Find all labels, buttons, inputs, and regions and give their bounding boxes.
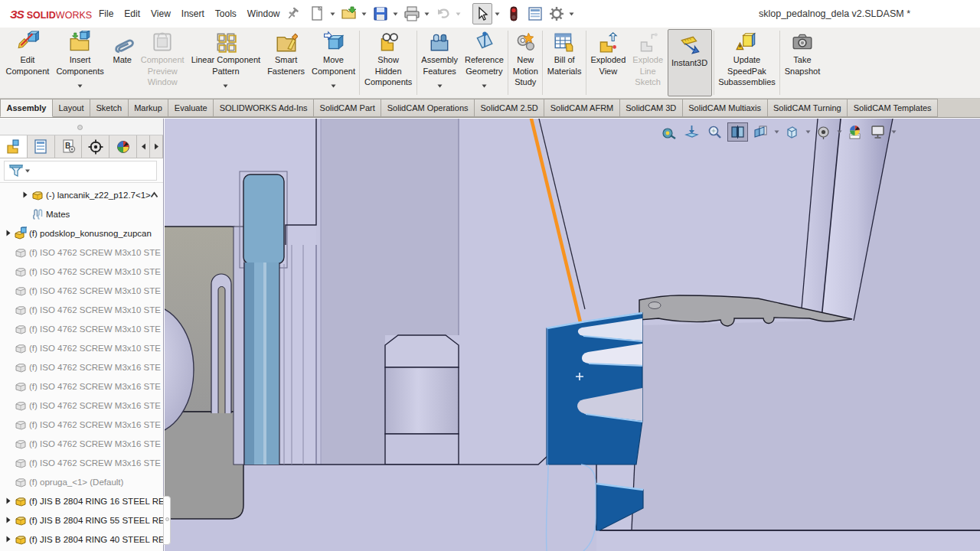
expand-arrow-icon[interactable]: [5, 497, 12, 504]
mate-button[interactable]: Mate: [107, 28, 137, 98]
tab-assembly[interactable]: Assembly: [0, 99, 53, 117]
panel-splitter-handle[interactable]: [77, 125, 83, 130]
tree-item[interactable]: (f) ISO 4762 SCREW M3x10 STE: [0, 338, 163, 357]
menu-view[interactable]: View: [145, 5, 176, 22]
tab-layout[interactable]: Layout: [53, 99, 90, 117]
options-button[interactable]: [547, 3, 567, 24]
configurationmanager-tab[interactable]: B: [55, 135, 83, 158]
assembly-features-button[interactable]: Assembly Features: [418, 28, 462, 98]
view-orientation-button[interactable]: [750, 122, 771, 142]
menu-tools[interactable]: Tools: [210, 5, 242, 22]
tree-item[interactable]: Mates: [0, 204, 163, 223]
propertymanager-tab[interactable]: [28, 135, 55, 158]
view-orientation-dropdown-caret[interactable]: [773, 130, 779, 134]
tab-solidcam-3d[interactable]: SolidCAM 3D: [620, 99, 683, 117]
tab-solidcam-templates[interactable]: SolidCAM Templates: [848, 99, 938, 117]
tabs-scroll-left[interactable]: [137, 135, 150, 158]
tree-item[interactable]: (f) ISO 4762 SCREW M3x10 STE: [0, 262, 163, 281]
expand-arrow-icon[interactable]: [5, 517, 12, 523]
display-style-button[interactable]: [782, 122, 802, 142]
expand-arrow-icon[interactable]: [21, 191, 29, 198]
tabs-scroll-right[interactable]: [150, 135, 163, 158]
undo-button[interactable]: [433, 3, 453, 24]
tree-item[interactable]: (f) ISO 4762 SCREW M3x10 STE: [0, 243, 163, 262]
insert-components-dropdown-caret[interactable]: [77, 77, 83, 83]
open-dropdown-caret[interactable]: [361, 5, 368, 22]
tree-item[interactable]: (f) ISO 4762 SCREW M3x16 STE: [0, 453, 163, 472]
tree-item[interactable]: (f) podsklop_konusnog_zupcan: [0, 223, 163, 243]
update-speedpak-subassemblies-button[interactable]: Update SpeedPak Subassemblies: [715, 28, 779, 98]
edit-appearance-button[interactable]: [844, 122, 865, 142]
tree-item[interactable]: (f) ISO 4762 SCREW M3x16 STE: [0, 434, 163, 453]
tree-item[interactable]: (f) ISO 4762 SCREW M3x16 STE: [0, 357, 163, 377]
new-document-dropdown-caret[interactable]: [329, 5, 336, 22]
dimxpertmanager-tab[interactable]: [82, 135, 109, 158]
zoom-to-fit-button[interactable]: [681, 122, 702, 142]
menu-edit[interactable]: Edit: [119, 5, 145, 22]
tab-evaluate[interactable]: Evaluate: [168, 99, 214, 117]
tree-item[interactable]: (f) JIS B 2804 RING 55 STEEL RE: [0, 510, 163, 530]
section-view-button[interactable]: [727, 122, 748, 142]
tree-item[interactable]: (f) ISO 4762 SCREW M3x16 STE: [0, 396, 163, 415]
tree-item[interactable]: (f) ISO 4762 SCREW M3x10 STE: [0, 319, 163, 338]
expand-arrow-icon[interactable]: [5, 230, 12, 236]
graphics-viewport[interactable]: [165, 119, 980, 551]
menu-file[interactable]: File: [93, 5, 119, 22]
file-properties-button[interactable]: [525, 3, 545, 24]
tree-item[interactable]: (f) ISO 4762 SCREW M3x16 STE: [0, 415, 163, 434]
tab-solidcam-2-5d[interactable]: SolidCAM 2.5D: [475, 99, 544, 117]
tree-item[interactable]: (f) ISO 4762 SCREW M3x16 STE: [0, 377, 163, 396]
expand-arrow-icon[interactable]: [5, 536, 12, 543]
tab-solidcam-afrm[interactable]: SolidCAM AFRM: [544, 99, 620, 117]
options-dropdown-caret[interactable]: [568, 5, 575, 22]
select-dropdown-caret[interactable]: [494, 5, 501, 22]
tree-item[interactable]: (-) lancanik_z22_p12.7<1>: [0, 185, 163, 204]
tree-item[interactable]: (f) opruga_<1> (Default): [0, 472, 163, 491]
save-button[interactable]: [371, 3, 390, 24]
tab-solidcam-part[interactable]: SolidCAM Part: [314, 99, 381, 117]
component-preview-window-button[interactable]: Component Preview Window: [137, 28, 188, 98]
new-document-button[interactable]: [308, 3, 328, 24]
show-hidden-components-button[interactable]: Show Hidden Components: [361, 28, 415, 98]
tree-item[interactable]: (f) JIS B 2804 RING 16 STEEL RE: [0, 491, 163, 510]
pin-menu-icon[interactable]: [285, 6, 300, 21]
save-dropdown-caret[interactable]: [392, 5, 399, 22]
reference-geometry-dropdown-caret[interactable]: [482, 77, 487, 83]
tab-solidworks-add-ins[interactable]: SOLIDWORKS Add-Ins: [214, 99, 314, 117]
tree-item[interactable]: (f) JIS B 2804 RING 40 STEEL RE: [0, 530, 163, 549]
hide-show-items-dropdown-caret[interactable]: [836, 130, 842, 134]
move-component-button[interactable]: Move Component: [309, 28, 359, 98]
insert-components-button[interactable]: Insert Components: [53, 28, 107, 98]
tab-solidcam-multiaxis[interactable]: SolidCAM Multiaxis: [683, 99, 768, 117]
tab-sketch[interactable]: Sketch: [90, 99, 129, 117]
tab-solidcam-operations[interactable]: SolidCAM Operations: [381, 99, 475, 117]
reference-geometry-button[interactable]: Reference Geometry: [462, 28, 508, 98]
bill-of-materials-button[interactable]: Bill of Materials: [544, 28, 585, 98]
menu-window[interactable]: Window: [242, 5, 286, 22]
tree-filter-button[interactable]: [4, 161, 157, 181]
linear-component-pattern-dropdown-caret[interactable]: [223, 77, 228, 83]
displaymanager-tab[interactable]: [109, 135, 137, 158]
new-motion-study-button[interactable]: New Motion Study: [509, 28, 541, 98]
tab-markup[interactable]: Markup: [129, 99, 169, 117]
exploded-view-button[interactable]: Exploded View: [587, 28, 629, 98]
menu-insert[interactable]: Insert: [176, 5, 210, 22]
undo-dropdown-caret[interactable]: [455, 5, 462, 22]
print-dropdown-caret[interactable]: [423, 5, 430, 22]
featuremanager-tab[interactable]: [0, 135, 28, 158]
tree-item[interactable]: (f) ISO 4762 SCREW M3x10 STE: [0, 281, 163, 300]
smart-fasteners-button[interactable]: Smart Fasteners: [264, 28, 309, 98]
edit-component-button[interactable]: Edit Component: [2, 28, 53, 98]
rebuild-button[interactable]: [504, 3, 524, 24]
explode-line-sketch-button[interactable]: Explode Line Sketch: [629, 28, 667, 98]
take-snapshot-button[interactable]: Take Snapshot: [781, 28, 823, 98]
zoom-to-area-button[interactable]: [704, 122, 725, 142]
linear-component-pattern-button[interactable]: Linear Component Pattern: [188, 28, 264, 98]
move-component-dropdown-caret[interactable]: [331, 77, 336, 83]
select-button[interactable]: [472, 3, 492, 24]
panel-splitter-grip[interactable]: [163, 496, 171, 545]
print-button[interactable]: [402, 3, 422, 24]
tree-item[interactable]: (f) ISO 4762 SCREW M3x10 STE: [0, 300, 163, 319]
instant3d-button[interactable]: Instant3D: [668, 29, 712, 96]
hide-show-items-button[interactable]: [813, 122, 834, 142]
